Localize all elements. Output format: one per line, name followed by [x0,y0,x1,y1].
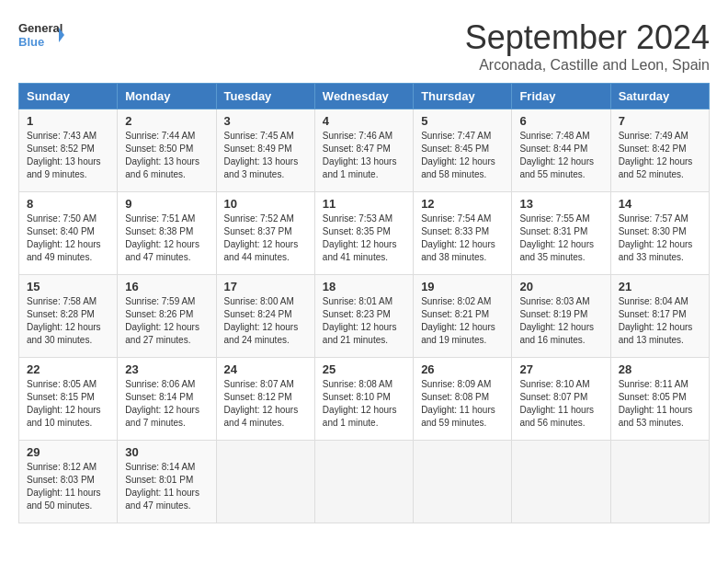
day-number: 22 [27,362,109,376]
day-info: Sunrise: 8:07 AMSunset: 8:12 PMDaylight:… [224,378,307,430]
day-info: Sunrise: 8:04 AMSunset: 8:17 PMDaylight:… [619,295,701,347]
svg-text:Blue: Blue [18,35,44,49]
calendar-cell: 7Sunrise: 7:49 AMSunset: 8:42 PMDaylight… [610,109,709,192]
calendar-cell: 12Sunrise: 7:54 AMSunset: 8:33 PMDayligh… [414,192,512,275]
day-number: 18 [323,280,405,293]
calendar-cell: 16Sunrise: 7:59 AMSunset: 8:26 PMDayligh… [118,275,216,358]
calendar-cell: 17Sunrise: 8:00 AMSunset: 8:24 PMDayligh… [216,275,314,358]
day-info: Sunrise: 7:57 AMSunset: 8:30 PMDaylight:… [619,213,701,264]
page-title: September 2024 [465,18,710,57]
day-number: 24 [224,362,307,376]
day-info: Sunrise: 8:11 AMSunset: 8:05 PMDaylight:… [619,378,701,430]
day-number: 25 [323,362,405,376]
calendar-cell: 3Sunrise: 7:45 AMSunset: 8:49 PMDaylight… [216,109,314,192]
day-number: 5 [421,114,504,128]
day-info: Sunrise: 7:58 AMSunset: 8:28 PMDaylight:… [27,295,109,347]
day-number: 30 [125,445,208,459]
calendar-cell: 2Sunrise: 7:44 AMSunset: 8:50 PMDaylight… [118,109,216,192]
calendar-cell: 29Sunrise: 8:12 AMSunset: 8:03 PMDayligh… [19,441,118,523]
day-info: Sunrise: 8:05 AMSunset: 8:15 PMDaylight:… [27,378,109,430]
calendar-cell: 22Sunrise: 8:05 AMSunset: 8:15 PMDayligh… [19,358,118,441]
calendar-cell: 6Sunrise: 7:48 AMSunset: 8:44 PMDaylight… [512,109,610,192]
day-info: Sunrise: 8:08 AMSunset: 8:10 PMDaylight:… [323,378,405,430]
day-info: Sunrise: 8:03 AMSunset: 8:19 PMDaylight:… [519,295,602,347]
header-friday: Friday [512,84,610,109]
day-info: Sunrise: 7:50 AMSunset: 8:40 PMDaylight:… [27,213,109,264]
day-number: 8 [27,197,109,211]
calendar-cell: 10Sunrise: 7:52 AMSunset: 8:37 PMDayligh… [216,192,314,275]
calendar-cell [314,441,413,523]
day-info: Sunrise: 8:10 AMSunset: 8:07 PMDaylight:… [519,378,602,430]
day-info: Sunrise: 8:06 AMSunset: 8:14 PMDaylight:… [125,378,208,430]
header-sunday: Sunday [19,84,118,109]
day-info: Sunrise: 7:55 AMSunset: 8:31 PMDaylight:… [519,213,602,264]
logo-svg: General Blue [18,18,64,55]
day-number: 6 [519,114,602,128]
day-number: 2 [125,114,208,128]
page-header: General Blue September 2024 Arconada, Ca… [18,18,710,74]
day-number: 20 [519,280,602,293]
calendar-cell: 23Sunrise: 8:06 AMSunset: 8:14 PMDayligh… [118,358,216,441]
week-row-2: 8Sunrise: 7:50 AMSunset: 8:40 PMDaylight… [19,192,710,275]
calendar-header-row: SundayMondayTuesdayWednesdayThursdayFrid… [19,84,710,109]
day-number: 1 [27,114,109,128]
week-row-3: 15Sunrise: 7:58 AMSunset: 8:28 PMDayligh… [19,275,710,358]
day-info: Sunrise: 8:01 AMSunset: 8:23 PMDaylight:… [323,295,405,347]
day-info: Sunrise: 7:47 AMSunset: 8:45 PMDaylight:… [421,130,504,181]
week-row-5: 29Sunrise: 8:12 AMSunset: 8:03 PMDayligh… [19,441,710,523]
calendar-cell [216,441,314,523]
day-number: 23 [125,362,208,376]
calendar-cell: 9Sunrise: 7:51 AMSunset: 8:38 PMDaylight… [118,192,216,275]
day-info: Sunrise: 7:59 AMSunset: 8:26 PMDaylight:… [125,295,208,347]
calendar-cell: 30Sunrise: 8:14 AMSunset: 8:01 PMDayligh… [118,441,216,523]
day-info: Sunrise: 8:12 AMSunset: 8:03 PMDaylight:… [27,461,109,512]
day-number: 15 [27,280,109,293]
calendar-cell: 24Sunrise: 8:07 AMSunset: 8:12 PMDayligh… [216,358,314,441]
day-info: Sunrise: 7:49 AMSunset: 8:42 PMDaylight:… [619,130,701,181]
day-number: 10 [224,197,307,211]
day-number: 21 [619,280,701,293]
day-info: Sunrise: 7:48 AMSunset: 8:44 PMDaylight:… [519,130,602,181]
calendar-cell: 26Sunrise: 8:09 AMSunset: 8:08 PMDayligh… [414,358,512,441]
calendar-cell: 21Sunrise: 8:04 AMSunset: 8:17 PMDayligh… [610,275,709,358]
day-number: 29 [27,445,109,459]
calendar-cell [512,441,610,523]
day-number: 11 [323,197,405,211]
day-number: 28 [619,362,701,376]
week-row-4: 22Sunrise: 8:05 AMSunset: 8:15 PMDayligh… [19,358,710,441]
calendar-cell: 4Sunrise: 7:46 AMSunset: 8:47 PMDaylight… [314,109,413,192]
header-thursday: Thursday [414,84,512,109]
page-subtitle: Arconada, Castille and Leon, Spain [465,57,710,74]
week-row-1: 1Sunrise: 7:43 AMSunset: 8:52 PMDaylight… [19,109,710,192]
day-number: 3 [224,114,307,128]
calendar-cell: 5Sunrise: 7:47 AMSunset: 8:45 PMDaylight… [414,109,512,192]
calendar-cell: 20Sunrise: 8:03 AMSunset: 8:19 PMDayligh… [512,275,610,358]
day-info: Sunrise: 7:43 AMSunset: 8:52 PMDaylight:… [27,130,109,181]
day-info: Sunrise: 7:53 AMSunset: 8:35 PMDaylight:… [323,213,405,264]
header-tuesday: Tuesday [216,84,314,109]
day-number: 7 [619,114,701,128]
svg-text:General: General [18,21,63,35]
day-info: Sunrise: 7:52 AMSunset: 8:37 PMDaylight:… [224,213,307,264]
calendar-cell: 18Sunrise: 8:01 AMSunset: 8:23 PMDayligh… [314,275,413,358]
calendar-table: SundayMondayTuesdayWednesdayThursdayFrid… [18,83,710,523]
day-info: Sunrise: 8:14 AMSunset: 8:01 PMDaylight:… [125,461,208,512]
calendar-cell: 25Sunrise: 8:08 AMSunset: 8:10 PMDayligh… [314,358,413,441]
calendar-cell [414,441,512,523]
header-monday: Monday [118,84,216,109]
day-number: 12 [421,197,504,211]
calendar-cell: 28Sunrise: 8:11 AMSunset: 8:05 PMDayligh… [610,358,709,441]
day-number: 26 [421,362,504,376]
calendar-cell: 27Sunrise: 8:10 AMSunset: 8:07 PMDayligh… [512,358,610,441]
day-info: Sunrise: 8:02 AMSunset: 8:21 PMDaylight:… [421,295,504,347]
day-number: 16 [125,280,208,293]
day-info: Sunrise: 7:44 AMSunset: 8:50 PMDaylight:… [125,130,208,181]
day-info: Sunrise: 7:51 AMSunset: 8:38 PMDaylight:… [125,213,208,264]
header-wednesday: Wednesday [314,84,413,109]
day-number: 13 [519,197,602,211]
calendar-cell: 15Sunrise: 7:58 AMSunset: 8:28 PMDayligh… [19,275,118,358]
calendar-cell: 11Sunrise: 7:53 AMSunset: 8:35 PMDayligh… [314,192,413,275]
calendar-cell [610,441,709,523]
calendar-cell: 14Sunrise: 7:57 AMSunset: 8:30 PMDayligh… [610,192,709,275]
calendar-cell: 13Sunrise: 7:55 AMSunset: 8:31 PMDayligh… [512,192,610,275]
